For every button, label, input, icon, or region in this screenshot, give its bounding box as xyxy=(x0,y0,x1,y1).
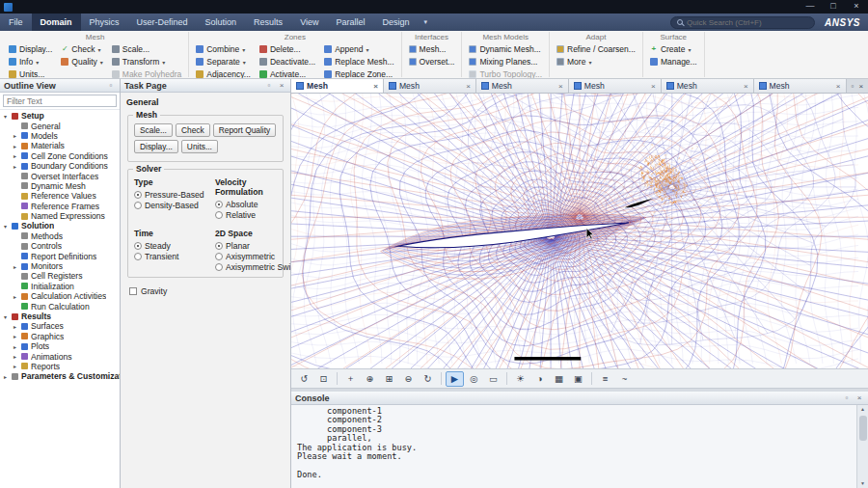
ribbon-button-replace-mesh[interactable]: Replace Mesh... xyxy=(322,56,395,68)
tree-item-graphics[interactable]: ▸Graphics xyxy=(0,332,120,341)
tree-item-dynamic-mesh[interactable]: Dynamic Mesh xyxy=(0,181,120,191)
ribbon-button-make-polyhedra[interactable]: Make Polyhedra xyxy=(110,68,183,79)
tree-item-plots[interactable]: ▸Plots xyxy=(0,341,120,351)
tree-expander-icon[interactable]: ▾ xyxy=(2,313,9,320)
radio-relative[interactable]: Relative xyxy=(215,209,290,220)
ribbon-button-check[interactable]: ✓Check▾ xyxy=(59,43,104,55)
zoom-box-icon[interactable]: ⊞ xyxy=(380,371,398,387)
maximize-button[interactable]: □ xyxy=(822,0,845,14)
zoom-out-icon[interactable]: ⊖ xyxy=(399,371,418,387)
minimize-button[interactable]: — xyxy=(799,0,822,14)
tree-expander-icon[interactable]: ▸ xyxy=(12,263,18,270)
graphics-tab-mesh-2[interactable]: Mesh× xyxy=(384,79,476,93)
tree-item-overset-interfaces[interactable]: Overset Interfaces xyxy=(0,171,120,180)
tree-item-report-definitions[interactable]: Report Definitions xyxy=(0,251,120,260)
report-quality-button[interactable]: Report Quality xyxy=(213,123,277,137)
radio-transient[interactable]: Transient xyxy=(134,251,213,261)
tree-item-parameters-customization[interactable]: ▸Parameters & Customization xyxy=(0,371,120,381)
fit-to-window-icon[interactable]: ⊡ xyxy=(314,371,333,387)
ribbon-button-delete[interactable]: Delete... xyxy=(258,43,317,55)
tree-item-controls[interactable]: Controls xyxy=(0,241,120,251)
last-view-icon[interactable]: ↺ xyxy=(295,371,313,387)
radio-density-based[interactable]: Density-Based xyxy=(134,200,213,210)
tree-item-surfaces[interactable]: ▸Surfaces xyxy=(0,321,120,331)
ribbon-button-activate[interactable]: Activate... xyxy=(258,68,317,79)
ribbon-button-info[interactable]: Info▾ xyxy=(7,56,54,68)
tree-item-cell-registers[interactable]: Cell Registers xyxy=(0,271,120,281)
menu-tab-view[interactable]: View xyxy=(291,14,327,31)
menu-tab-domain[interactable]: Domain xyxy=(32,14,81,31)
tab-close-icon[interactable]: × xyxy=(558,82,563,91)
ribbon-button-more[interactable]: More▾ xyxy=(555,56,637,68)
tree-expander-icon[interactable]: ▸ xyxy=(12,132,18,139)
graphics-tab-mesh-1[interactable]: Mesh× xyxy=(291,79,384,93)
tree-expander-icon[interactable]: ▸ xyxy=(2,373,9,380)
save-picture-icon[interactable]: ▣ xyxy=(569,371,587,387)
tree-item-named-expressions[interactable]: Named Expressions xyxy=(0,211,120,221)
radio-steady[interactable]: Steady xyxy=(134,240,213,251)
tree-expander-icon[interactable]: ▸ xyxy=(12,363,18,369)
tree-item-methods[interactable]: Methods xyxy=(0,231,120,241)
tab-close-icon[interactable]: × xyxy=(744,82,748,91)
tree-item-setup[interactable]: ▾Setup xyxy=(0,111,120,121)
rotate-view-icon[interactable]: ↻ xyxy=(419,371,437,387)
ribbon-button-scale[interactable]: Scale... xyxy=(110,43,183,55)
tree-expander-icon[interactable]: ▾ xyxy=(2,223,9,230)
console-scrollbar[interactable]: ▲ ▼ xyxy=(856,405,868,488)
tree-item-boundary-conditions[interactable]: ▸Boundary Conditions xyxy=(0,161,120,171)
console-close-icon[interactable]: × xyxy=(854,393,864,402)
tree-expander-icon[interactable]: ▸ xyxy=(12,353,18,360)
tree-item-reference-frames[interactable]: Reference Frames xyxy=(0,202,120,211)
ribbon-button-replace-zone[interactable]: Replace Zone... xyxy=(322,68,395,79)
tree-expander-icon[interactable]: ▾ xyxy=(2,113,9,120)
tree-item-animations[interactable]: ▸Animations xyxy=(0,351,120,361)
mesh-display-icon[interactable]: ≡ xyxy=(596,371,614,387)
zoom-in-icon[interactable]: ⊕ xyxy=(361,371,379,387)
tree-item-run-calculation[interactable]: Run Calculation xyxy=(0,301,120,311)
tree-item-materials[interactable]: ▸Materials xyxy=(0,141,120,150)
display-button[interactable]: Display... xyxy=(134,140,178,153)
tree-expander-icon[interactable]: ▸ xyxy=(12,343,18,350)
menu-tab-physics[interactable]: Physics xyxy=(81,14,128,31)
graphics-tab-mesh-3[interactable]: Mesh× xyxy=(476,79,569,93)
plot-curves-icon[interactable]: ~ xyxy=(615,371,634,387)
headlight-icon[interactable]: ☀ xyxy=(511,371,529,387)
ribbon-button-dynamic-mesh[interactable]: Dynamic Mesh... xyxy=(467,43,544,55)
tab-close-icon[interactable]: × xyxy=(466,82,471,91)
tree-expander-icon[interactable]: ▸ xyxy=(12,152,18,159)
search-input[interactable] xyxy=(687,18,808,27)
box-select-icon[interactable]: ▭ xyxy=(484,371,502,387)
probe-icon[interactable]: ◎ xyxy=(465,371,483,387)
ribbon-button-combine[interactable]: Combine▾ xyxy=(194,43,253,55)
pan-icon[interactable]: + xyxy=(341,371,360,387)
tree-item-monitors[interactable]: ▸Monitors xyxy=(0,261,120,271)
tree-item-reports[interactable]: ▸Reports xyxy=(0,362,120,371)
tree-expander-icon[interactable]: ▸ xyxy=(12,323,18,330)
scroll-thumb[interactable] xyxy=(859,416,867,441)
tree-item-solution[interactable]: ▾Solution xyxy=(0,221,120,230)
tree-item-results[interactable]: ▾Results xyxy=(0,312,120,321)
graphics-tab-mesh-5[interactable]: Mesh× xyxy=(662,79,754,93)
ribbon-button-turbo-topology[interactable]: Turbo Topology... xyxy=(467,68,544,79)
menu-tab-results[interactable]: Results xyxy=(245,14,291,31)
ribbon-button-mesh[interactable]: Mesh... xyxy=(407,43,457,55)
tab-list-icon[interactable]: ▫ xyxy=(852,82,854,91)
units-button[interactable]: Units... xyxy=(181,140,218,153)
close-button[interactable]: × xyxy=(845,0,868,14)
tree-expander-icon[interactable]: ▸ xyxy=(12,163,18,170)
menu-overflow-icon[interactable]: ▾ xyxy=(419,14,434,31)
tab-bar-close-icon[interactable]: × xyxy=(858,82,863,91)
radio-axisymmetric-swirl[interactable]: Axisymmetric Swirl xyxy=(215,261,290,272)
ribbon-button-display[interactable]: Display... xyxy=(7,43,54,55)
tree-expander-icon[interactable]: ▸ xyxy=(12,293,18,300)
scroll-down-icon[interactable]: ▼ xyxy=(860,479,865,488)
tab-close-icon[interactable]: × xyxy=(836,82,841,91)
tree-item-reference-values[interactable]: Reference Values xyxy=(0,191,120,201)
ribbon-button-mixing-planes[interactable]: Mixing Planes... xyxy=(467,56,544,68)
tree-expander-icon[interactable]: ▸ xyxy=(12,333,18,339)
scroll-up-icon[interactable]: ▲ xyxy=(860,405,865,414)
tree-item-cell-zone-conditions[interactable]: ▸Cell Zone Conditions xyxy=(0,151,120,161)
filter-text-input[interactable] xyxy=(3,95,117,107)
graphics-tab-mesh-6[interactable]: Mesh× xyxy=(754,79,847,93)
quick-search-box[interactable] xyxy=(670,16,815,29)
